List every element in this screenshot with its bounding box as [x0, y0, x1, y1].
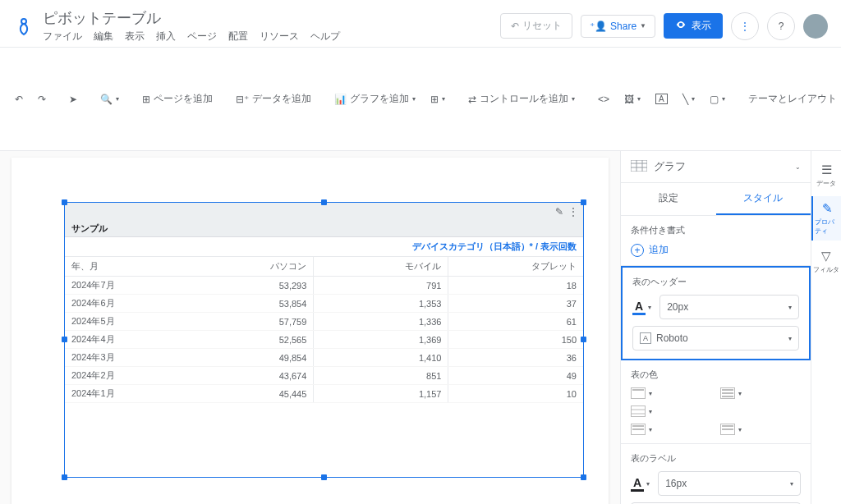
add-data-button[interactable]: ⊟⁺ データを追加 [229, 88, 318, 110]
col-header: 年、月 [65, 257, 179, 277]
row-color-button[interactable]: ▾ [720, 387, 802, 399]
rail-filter[interactable]: ▽ フィルタ [811, 244, 841, 279]
embed-button[interactable]: <> [591, 89, 616, 109]
redo-icon: ↷ [38, 94, 46, 105]
add-condition-button[interactable]: + 追加 [631, 243, 801, 257]
swatch-icon [631, 387, 646, 399]
tab-settings[interactable]: 設定 [621, 183, 716, 215]
theme-layout-button[interactable]: テーマとレイアウト [742, 88, 841, 110]
font-color-a-icon: A [632, 300, 646, 315]
data-add-icon: ⊟⁺ [236, 94, 249, 105]
person-plus-icon: ⁺👤 [590, 21, 607, 32]
panel-title: グラフ [654, 159, 795, 174]
right-rail: ☰ データ ✎ プロパティ ▽ フィルタ › [811, 151, 841, 504]
label-font-color-button[interactable]: A ▾ [631, 476, 650, 492]
line-button[interactable]: ╲▾ [676, 89, 701, 109]
alt-row-color-button[interactable]: ▾ [631, 405, 712, 417]
main-area: ✎ ⋮ サンプル デバイスカテゴリ（日本語）* / 表示回数 年、月 パソコン … [0, 151, 841, 504]
section-label: 表の色 [631, 369, 801, 381]
toolbar: ↶ ↷ ➤ 🔍▾ ⊞ ページを追加 ⊟⁺ データを追加 📊 グラフを追加 ▾ ⊞… [0, 47, 841, 151]
header-bg-color-button[interactable]: ▾ [631, 387, 712, 399]
resize-handle[interactable] [581, 337, 586, 342]
col-header: モバイル [314, 257, 448, 277]
user-avatar[interactable] [803, 14, 828, 39]
table-row[interactable]: 2024年5月57,7591,33661 [65, 313, 583, 331]
data-icon: ☰ [821, 163, 832, 177]
table-row[interactable]: 2024年6月53,8541,35337 [65, 295, 583, 313]
resize-handle[interactable] [62, 474, 67, 480]
table-row[interactable]: 2024年3月49,8541,41036 [65, 349, 583, 367]
blocks-icon: ⊞ [430, 94, 439, 105]
table-row[interactable]: 2024年4月52,5651,369150 [65, 331, 583, 349]
more-options-button[interactable]: ⋮ [731, 12, 759, 40]
col-header: タブレット [448, 257, 583, 277]
table-row[interactable]: 2024年7月53,29379118 [65, 277, 583, 295]
add-page-button[interactable]: ⊞ ページを追加 [136, 88, 219, 110]
menu-help[interactable]: ヘルプ [310, 30, 340, 44]
menu-arrange[interactable]: 配置 [228, 30, 248, 44]
resize-handle[interactable] [581, 199, 586, 205]
rail-properties[interactable]: ✎ プロパティ [811, 196, 841, 241]
resize-handle[interactable] [581, 474, 586, 480]
help-button[interactable]: ? [767, 12, 795, 40]
zoom-tool[interactable]: 🔍▾ [94, 89, 126, 109]
undo-icon: ↶ [15, 94, 23, 105]
undo-button[interactable]: ↶ [8, 89, 30, 109]
canvas[interactable]: ✎ ⋮ サンプル デバイスカテゴリ（日本語）* / 表示回数 年、月 パソコン … [0, 151, 621, 504]
section-label: 表のラベル [631, 452, 801, 465]
redo-button[interactable]: ↷ [31, 89, 53, 109]
swatch-icon [720, 387, 735, 399]
swatch-icon [720, 424, 735, 435]
border-color-button[interactable]: ▾ [631, 424, 712, 435]
filter-icon: ⇄ [468, 94, 476, 105]
cursor-icon: ➤ [69, 94, 77, 105]
add-control-button[interactable]: ⇄ コントロールを追加 ▾ [462, 88, 581, 110]
menu-edit[interactable]: 編集 [94, 30, 113, 44]
menu-view[interactable]: 表示 [125, 30, 145, 44]
resize-handle[interactable] [321, 199, 327, 205]
funnel-icon: ▽ [821, 249, 831, 263]
chevron-down-icon: ▾ [790, 480, 793, 488]
menu-resource[interactable]: リソース [260, 30, 299, 44]
header-font-color-button[interactable]: A ▾ [632, 300, 651, 315]
chart-title: サンプル [65, 221, 583, 237]
pivot-table: 年、月 パソコン モバイル タブレット 2024年7月53,2937911820… [65, 257, 583, 403]
selected-chart[interactable]: ✎ ⋮ サンプル デバイスカテゴリ（日本語）* / 表示回数 年、月 パソコン … [64, 202, 584, 478]
share-button[interactable]: ⁺👤 Share ▼ [581, 15, 655, 38]
odd-row-color-button[interactable]: ▾ [720, 424, 802, 435]
resize-handle[interactable] [62, 337, 67, 342]
chevron-down-icon: ⌄ [795, 163, 801, 171]
tab-style[interactable]: スタイル [716, 183, 811, 215]
panel-header[interactable]: グラフ ⌄ [621, 151, 811, 183]
select-tool[interactable]: ➤ [62, 89, 84, 109]
chart-type-icon [631, 160, 647, 174]
reset-button[interactable]: ↶ リセット [500, 13, 572, 39]
label-font-size-select[interactable]: 16px ▾ [658, 471, 801, 496]
shape-button[interactable]: ▢▾ [703, 89, 732, 109]
image-button[interactable]: 🖼▾ [618, 89, 647, 109]
community-viz-button[interactable]: ⊞▾ [424, 89, 452, 109]
text-button[interactable]: A [649, 89, 674, 108]
table-row[interactable]: 2024年1月45,4451,15710 [65, 385, 583, 403]
add-chart-button[interactable]: 📊 グラフを追加 ▾ [328, 88, 422, 110]
chart-toolbar: ✎ ⋮ [65, 203, 583, 221]
doc-title[interactable]: ピボットテーブル [43, 8, 340, 28]
rail-data[interactable]: ☰ データ [811, 158, 841, 193]
view-button[interactable]: 表示 [664, 13, 723, 39]
chevron-down-icon: ▾ [648, 304, 651, 311]
svg-rect-1 [631, 160, 647, 172]
menu-insert[interactable]: 挿入 [156, 30, 176, 44]
chevron-down-icon: ▾ [788, 335, 792, 342]
resize-handle[interactable] [62, 199, 67, 205]
undo-icon: ↶ [511, 21, 519, 32]
menu-page[interactable]: ページ [187, 30, 217, 44]
section-label: 条件付き書式 [631, 224, 801, 236]
pencil-icon[interactable]: ✎ [555, 206, 563, 218]
header-font-size-select[interactable]: 20px ▾ [659, 295, 799, 319]
resize-handle[interactable] [321, 474, 327, 480]
more-vert-icon[interactable]: ⋮ [568, 206, 578, 218]
table-header-row: 年、月 パソコン モバイル タブレット [65, 257, 583, 277]
header-font-family-select[interactable]: A Roboto ▾ [632, 326, 799, 351]
menu-file[interactable]: ファイル [43, 30, 82, 44]
table-row[interactable]: 2024年2月43,67485149 [65, 367, 583, 385]
